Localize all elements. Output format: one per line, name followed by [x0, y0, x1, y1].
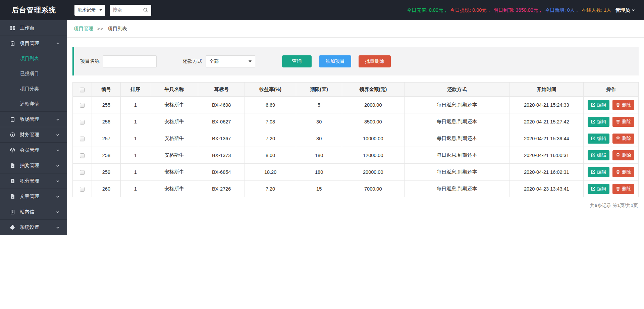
cell-actions: 编辑删除	[584, 147, 639, 164]
module-select-value: 流水记录	[77, 7, 96, 13]
chevron-down-icon	[631, 8, 635, 12]
module-select[interactable]: 流水记录	[74, 5, 105, 16]
cell-tag: BX-2726	[198, 181, 245, 197]
edit-button[interactable]: 编辑	[588, 100, 609, 110]
breadcrumb-parent-link[interactable]: 项目管理	[74, 25, 93, 32]
topbar-search[interactable]: 搜索	[110, 5, 151, 16]
repay-method-label: 还款方式	[183, 58, 202, 64]
cell-days: 30	[296, 113, 342, 130]
cell-tag: BX-4698	[198, 97, 245, 113]
table-row: 2591安格斯牛BX-685418.2018020000.00每日返息,到期还本…	[73, 164, 639, 181]
edit-button[interactable]: 编辑	[588, 167, 609, 177]
row-checkbox[interactable]	[80, 187, 85, 192]
cell-sort: 1	[121, 164, 150, 181]
sidebar-item-label: 文章管理	[20, 193, 39, 200]
column-header: 排序	[121, 83, 150, 97]
select-all-checkbox[interactable]	[80, 88, 85, 92]
sidebar-item-label: 站内信	[20, 209, 35, 215]
sidebar-item[interactable]: 站内信	[0, 204, 67, 219]
search-button[interactable]: 查询	[282, 55, 312, 67]
sidebar-item[interactable]: 文章管理	[0, 189, 67, 204]
sidebar-subitem[interactable]: 还款详情	[0, 96, 67, 111]
delete-button[interactable]: 删除	[612, 134, 634, 144]
repay-method-value: 全部	[209, 58, 219, 64]
row-checkbox[interactable]	[80, 103, 85, 108]
edit-button[interactable]: 编辑	[588, 134, 609, 144]
admin-user-menu[interactable]: 管理员	[615, 7, 636, 13]
row-checkbox[interactable]	[80, 120, 85, 124]
topbar: 后台管理系统 流水记录 搜索 今日充值: 0.00元，今日提现: 0.00元，明…	[0, 0, 644, 20]
row-checkbox[interactable]	[80, 137, 85, 141]
delete-button[interactable]: 删除	[612, 167, 634, 177]
sidebar-item[interactable]: 项目管理	[0, 36, 67, 51]
delete-button[interactable]: 删除	[612, 117, 634, 127]
edit-button[interactable]: 编辑	[588, 150, 609, 160]
column-header: 开始时间	[509, 83, 584, 97]
trash-icon	[616, 119, 620, 124]
cell-actions: 编辑删除	[584, 130, 639, 147]
cell-sort: 1	[121, 181, 150, 197]
cell-days: 15	[296, 181, 342, 197]
sidebar-menu: 工作台项目管理项目列表已投项目项目分类还款详情牧场管理财务管理会员管理抽奖管理积…	[0, 20, 67, 235]
sidebar-item-label: 会员管理	[20, 147, 39, 153]
row-checkbox[interactable]	[80, 153, 85, 158]
cell-actions: 编辑删除	[584, 113, 639, 130]
trash-icon	[616, 170, 620, 174]
document-icon	[10, 163, 15, 168]
breadcrumb-separator: >>	[97, 26, 104, 31]
sidebar-item-label: 抽奖管理	[20, 162, 39, 169]
cell-tag: BX-6854	[198, 164, 245, 181]
sidebar-item-label: 财务管理	[20, 132, 39, 138]
clipboard-icon	[10, 117, 15, 122]
chevron-up-icon	[56, 42, 60, 46]
cell-rate: 8.00	[245, 147, 296, 164]
sidebar-item[interactable]: 牧场管理	[0, 111, 67, 127]
cell-name: 安格斯牛	[150, 113, 198, 130]
chevron-down-icon	[56, 210, 60, 214]
sidebar-item[interactable]: 工作台	[0, 20, 67, 36]
sidebar-subitem[interactable]: 项目列表	[0, 51, 67, 66]
sidebar-item[interactable]: 积分管理	[0, 173, 67, 189]
batch-delete-button[interactable]: 批量删除	[359, 55, 391, 67]
row-checkbox[interactable]	[80, 170, 85, 175]
project-name-input[interactable]	[103, 55, 157, 67]
sidebar-item[interactable]: 系统设置	[0, 219, 67, 235]
caret-down-icon	[249, 60, 252, 62]
chevron-down-icon	[56, 164, 60, 168]
stat-withdraw-today: 今日提现: 0.00元，	[450, 7, 491, 13]
edit-button[interactable]: 编辑	[588, 117, 609, 127]
add-project-button[interactable]: 添加项目	[319, 55, 351, 67]
edit-button[interactable]: 编辑	[588, 184, 609, 194]
delete-button[interactable]: 删除	[612, 150, 634, 160]
cell-id: 257	[92, 130, 121, 147]
sidebar-subitem[interactable]: 项目分类	[0, 81, 67, 96]
cell-sort: 1	[121, 97, 150, 113]
project-name-label: 项目名称	[80, 58, 100, 64]
column-header: 期限(天)	[296, 83, 342, 97]
table-row: 2571安格斯牛BX-13677.203010000.00每日返息,到期还本20…	[73, 130, 639, 147]
cell-start: 2020-04-21 15:24:33	[509, 97, 584, 113]
breadcrumb-current: 项目列表	[108, 25, 127, 32]
breadcrumb: 项目管理 >> 项目列表	[67, 20, 644, 38]
column-header: 牛只名称	[150, 83, 198, 97]
sidebar-item[interactable]: 会员管理	[0, 142, 67, 158]
search-icon[interactable]	[143, 7, 148, 13]
cell-sort: 1	[121, 113, 150, 130]
cell-tag: BX-1367	[198, 130, 245, 147]
trash-icon	[616, 103, 620, 107]
gear-icon	[10, 225, 15, 230]
delete-button[interactable]: 删除	[612, 184, 634, 194]
sidebar-item[interactable]: 抽奖管理	[0, 158, 67, 173]
trash-icon	[616, 153, 620, 157]
pencil-icon	[591, 153, 595, 157]
cell-rate: 6.69	[245, 97, 296, 113]
repay-method-select[interactable]: 全部	[206, 55, 255, 67]
cell-repay: 每日返息,到期还本	[404, 130, 509, 147]
chevron-down-icon	[56, 148, 60, 152]
sidebar-item[interactable]: 财务管理	[0, 127, 67, 142]
column-header: 收益率(%)	[245, 83, 296, 97]
cell-id: 255	[92, 97, 121, 113]
delete-button[interactable]: 删除	[612, 100, 634, 110]
stat-online-count: 在线人数: 1人	[582, 7, 611, 13]
sidebar-subitem[interactable]: 已投项目	[0, 66, 67, 81]
